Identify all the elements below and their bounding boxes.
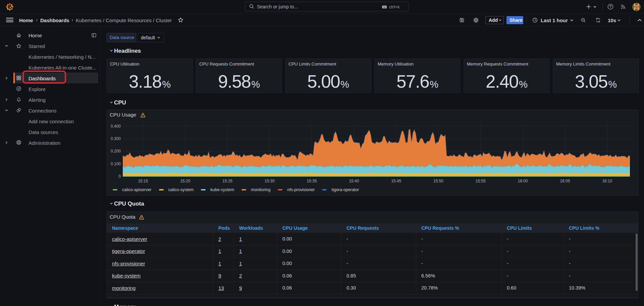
svg-text:15:55: 15:55 [476, 179, 486, 183]
svg-text:0.400: 0.400 [111, 124, 121, 129]
svg-text:16:00: 16:00 [518, 179, 528, 183]
svg-text:15:40: 15:40 [349, 179, 359, 183]
svg-text:15:15: 15:15 [138, 179, 148, 183]
svg-text:15:20: 15:20 [180, 179, 190, 183]
svg-text:0.200: 0.200 [111, 149, 121, 154]
svg-text:0: 0 [118, 174, 121, 179]
svg-text:0.100: 0.100 [111, 162, 121, 166]
svg-text:15:35: 15:35 [307, 179, 317, 183]
svg-text:15:30: 15:30 [265, 179, 275, 183]
svg-text:16:10: 16:10 [602, 179, 612, 183]
svg-text:15:45: 15:45 [391, 179, 401, 183]
svg-text:16:05: 16:05 [560, 179, 570, 183]
svg-text:15:25: 15:25 [222, 179, 232, 183]
svg-text:15:50: 15:50 [433, 179, 443, 183]
svg-text:0.300: 0.300 [111, 136, 121, 141]
